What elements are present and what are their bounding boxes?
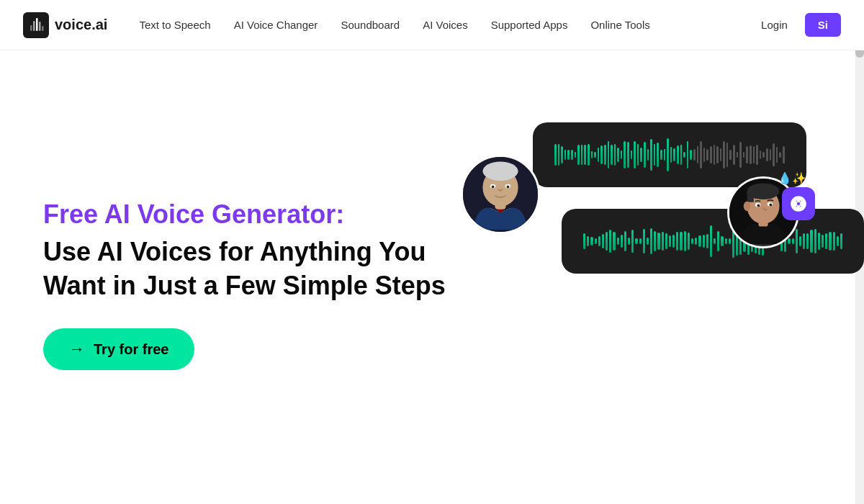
hero-left: Free AI Voice Generator: Use AI Voices f…	[43, 184, 446, 371]
navbar: voice.ai Text to Speech AI Voice Changer…	[0, 0, 864, 50]
nav-online-tools[interactable]: Online Tools	[582, 13, 658, 37]
svg-point-14	[507, 186, 510, 189]
svg-point-24	[769, 204, 772, 207]
waveform-top-bars	[554, 137, 785, 173]
hero-right: 💧✨	[446, 50, 821, 504]
svg-point-23	[757, 204, 760, 207]
avatar-left	[461, 155, 540, 234]
ai-chat-widget[interactable]	[782, 187, 815, 220]
nav-actions: Login Si	[750, 13, 841, 37]
main-content: Free AI Voice Generator: Use AI Voices f…	[0, 50, 864, 504]
nav-ai-voice-changer[interactable]: AI Voice Changer	[225, 13, 327, 37]
svg-point-13	[492, 186, 495, 189]
svg-rect-5	[42, 26, 44, 31]
svg-point-26	[797, 202, 800, 205]
svg-rect-1	[30, 25, 32, 31]
water-drop-badge: 💧✨	[778, 171, 806, 185]
waveform-card-bottom	[562, 209, 864, 274]
signup-button[interactable]: Si	[805, 13, 841, 37]
svg-point-10	[482, 161, 518, 180]
cta-try-free-button[interactable]: → Try for free	[43, 328, 194, 370]
logo[interactable]: voice.ai	[23, 12, 107, 38]
logo-text: voice.ai	[55, 17, 107, 33]
svg-rect-19	[747, 192, 753, 202]
waveform-bottom-bars	[583, 223, 842, 259]
nav-soundboard[interactable]: Soundboard	[332, 13, 408, 37]
hero-headline-colored: Free AI Voice Generator:	[43, 199, 446, 230]
avatar-left-face	[463, 157, 538, 232]
avatar-left-svg	[463, 157, 538, 232]
nav-supported-apps[interactable]: Supported Apps	[482, 13, 577, 37]
svg-rect-4	[39, 22, 41, 31]
cta-arrow: →	[69, 340, 85, 359]
cta-label: Try for free	[94, 341, 168, 358]
ai-widget-icon	[789, 194, 808, 213]
nav-text-to-speech[interactable]: Text to Speech	[130, 13, 219, 37]
svg-rect-2	[33, 21, 35, 31]
nav-ai-voices[interactable]: AI Voices	[414, 13, 477, 37]
svg-rect-3	[36, 18, 38, 31]
hero-headline-black: Use AI Voices for Anything You Want in J…	[43, 235, 446, 303]
nav-links: Text to Speech AI Voice Changer Soundboa…	[130, 13, 750, 37]
svg-point-20	[744, 202, 750, 211]
logo-icon	[23, 12, 49, 38]
login-button[interactable]: Login	[750, 13, 799, 37]
